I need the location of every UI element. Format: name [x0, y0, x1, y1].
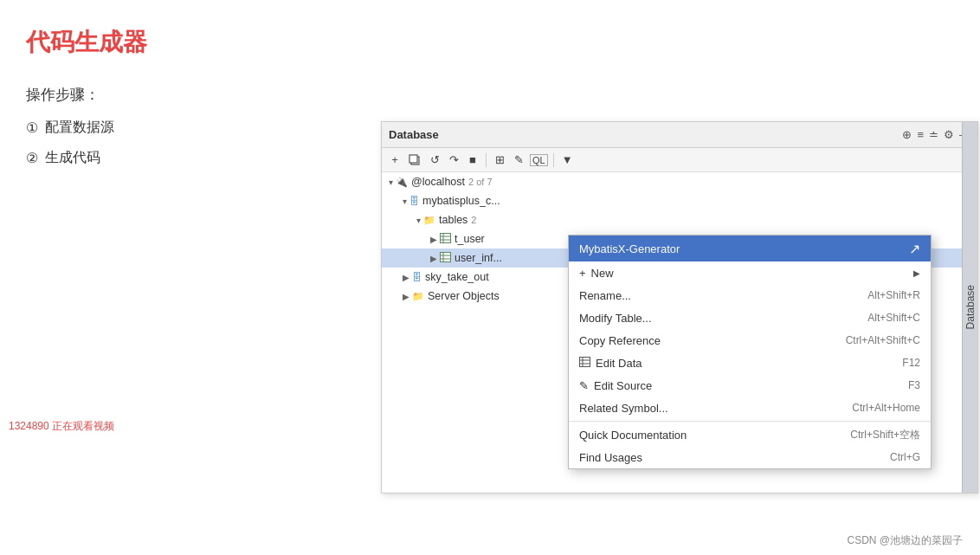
- footer-text: CSDN @池塘边的菜园子: [847, 534, 963, 546]
- svg-rect-1: [409, 155, 417, 163]
- icon-server: 📁: [412, 291, 424, 302]
- left-panel: 代码生成器 操作步骤： ① 配置数据源 ② 生成代码 1324890 正在观看视…: [0, 0, 381, 555]
- quick-doc-shortcut: Ctrl+Shift+空格: [850, 428, 920, 442]
- arrow-localhost: ▾: [389, 177, 393, 187]
- refresh-button[interactable]: ↺: [427, 152, 442, 167]
- refresh-all-button[interactable]: ↷: [446, 152, 461, 167]
- step-1-text: 配置数据源: [45, 119, 114, 137]
- related-symbol-label: Related Symbol...: [579, 402, 668, 415]
- filter-icon[interactable]: ≡: [917, 128, 924, 141]
- arrow-sky: ▶: [403, 273, 409, 282]
- database-tree: ▾ 🔌 @localhost 2 of 7 ▾ 🗄 mybatisplus_c.…: [382, 172, 977, 493]
- related-symbol-shortcut: Ctrl+Alt+Home: [852, 402, 920, 414]
- cursor-icon: ↗: [909, 241, 920, 257]
- edit-source-label: Edit Source: [594, 379, 652, 392]
- context-menu-find-usages[interactable]: Find Usages Ctrl+G: [569, 446, 931, 468]
- settings-icon[interactable]: ⚙: [944, 128, 954, 141]
- new-label-group: + New: [579, 267, 619, 280]
- add-button[interactable]: +: [387, 152, 403, 167]
- step-1-number: ①: [26, 119, 38, 136]
- edit-data-label-group: Edit Data: [579, 357, 642, 370]
- context-menu-modify-table[interactable]: Modify Table... Alt+Shift+C: [569, 307, 931, 329]
- icon-t-user: [440, 233, 451, 245]
- new-label: New: [591, 267, 614, 280]
- edit-data-icon: [579, 357, 590, 369]
- database-toolbar: + ↺ ↷ ■ ⊞ ✎ QL ▼: [382, 148, 977, 172]
- step-2-text: 生成代码: [45, 149, 100, 167]
- copy-ref-shortcut: Ctrl+Alt+Shift+C: [846, 334, 920, 346]
- new-submenu-arrow: ▶: [913, 268, 920, 278]
- arrow-server: ▶: [403, 292, 409, 301]
- edit-source-shortcut: F3: [908, 379, 920, 391]
- new-plus-icon: +: [579, 267, 586, 280]
- context-menu-edit-data[interactable]: Edit Data F12: [569, 352, 931, 374]
- sync-icon[interactable]: ≐: [929, 128, 938, 141]
- label-sky: sky_take_out: [425, 271, 489, 283]
- arrow-mybatisplus: ▾: [403, 197, 407, 206]
- quick-doc-label-group: Quick Documentation: [579, 429, 687, 442]
- label-tables: tables: [439, 214, 467, 226]
- edit-source-icon: ✎: [579, 379, 589, 392]
- stop-button[interactable]: ■: [465, 152, 480, 167]
- label-localhost: @localhost: [411, 176, 465, 188]
- separator: [486, 153, 487, 167]
- context-menu-copy-reference[interactable]: Copy Reference Ctrl+Alt+Shift+C: [569, 329, 931, 352]
- context-menu-edit-source[interactable]: ✎ Edit Source F3: [569, 374, 931, 397]
- step-2-number: ②: [26, 150, 38, 166]
- badge-localhost: 2 of 7: [468, 177, 493, 187]
- add-datasource-icon[interactable]: ⊕: [902, 128, 912, 141]
- tree-item-localhost[interactable]: ▾ 🔌 @localhost 2 of 7: [382, 172, 977, 191]
- separator-line: [569, 421, 931, 422]
- label-server: Server Objects: [428, 290, 500, 302]
- quick-doc-label: Quick Documentation: [579, 429, 687, 442]
- ide-panel: Database ⊕ ≡ ≐ ⚙ — + ↺ ↷ ■ ⊞ ✎ QL ▼ ▾: [381, 121, 978, 494]
- footer: CSDN @池塘边的菜园子: [847, 533, 963, 548]
- tree-item-mybatisplus[interactable]: ▾ 🗄 mybatisplus_c...: [382, 191, 977, 210]
- find-usages-label-group: Find Usages: [579, 451, 642, 464]
- step-2: ② 生成代码: [26, 149, 355, 167]
- side-tab-label: Database: [964, 285, 977, 329]
- table-view-button[interactable]: ⊞: [492, 152, 507, 167]
- svg-rect-10: [580, 358, 590, 367]
- rename-label: Rename...: [579, 289, 631, 302]
- find-usages-shortcut: Ctrl+G: [890, 451, 920, 463]
- copy-button[interactable]: [406, 153, 423, 167]
- database-panel-title: Database: [389, 128, 439, 141]
- label-mybatisplus: mybatisplus_c...: [422, 195, 500, 207]
- edit-source-label-group: ✎ Edit Source: [579, 379, 652, 392]
- side-tab[interactable]: Database: [962, 122, 977, 493]
- separator2: [553, 153, 554, 167]
- arrow-tables: ▾: [416, 216, 421, 225]
- context-menu-related-symbol[interactable]: Related Symbol... Ctrl+Alt+Home: [569, 397, 931, 419]
- edit-data-label: Edit Data: [596, 357, 642, 370]
- header-icons: ⊕ ≡ ≐ ⚙ —: [902, 128, 970, 141]
- icon-tables: 📁: [423, 215, 435, 226]
- step-1: ① 配置数据源: [26, 119, 355, 137]
- icon-localhost: 🔌: [396, 177, 408, 188]
- context-menu: MybatisX-Generator ↗ + New ▶ Rename... A…: [568, 235, 932, 469]
- icon-user-info: [440, 252, 451, 264]
- label-t-user: t_user: [455, 233, 485, 245]
- copy-ref-label: Copy Reference: [579, 334, 661, 347]
- context-menu-quick-doc[interactable]: Quick Documentation Ctrl+Shift+空格: [569, 423, 931, 446]
- edit-data-shortcut: F12: [902, 357, 920, 369]
- modify-table-label: Modify Table...: [579, 312, 652, 325]
- filter-button[interactable]: ▼: [559, 152, 576, 167]
- tree-item-tables[interactable]: ▾ 📁 tables 2: [382, 210, 977, 229]
- page-title: 代码生成器: [26, 26, 355, 59]
- copy-ref-label-group: Copy Reference: [579, 334, 661, 347]
- arrow-t-user: ▶: [430, 235, 437, 244]
- modify-table-label-group: Modify Table...: [579, 312, 652, 325]
- rename-shortcut: Alt+Shift+R: [867, 289, 920, 301]
- context-menu-rename[interactable]: Rename... Alt+Shift+R: [569, 284, 931, 307]
- icon-mybatisplus: 🗄: [409, 196, 419, 206]
- svg-rect-6: [441, 253, 451, 262]
- icon-sky: 🗄: [412, 272, 422, 282]
- edit-button[interactable]: ✎: [511, 152, 526, 167]
- context-menu-title: MybatisX-Generator: [579, 242, 680, 255]
- arrow-user-info: ▶: [430, 254, 437, 263]
- context-menu-new[interactable]: + New ▶: [569, 261, 931, 284]
- context-menu-header: MybatisX-Generator ↗: [569, 236, 931, 261]
- database-panel-header: Database ⊕ ≡ ≐ ⚙ —: [382, 122, 977, 148]
- ql-button[interactable]: QL: [530, 154, 548, 166]
